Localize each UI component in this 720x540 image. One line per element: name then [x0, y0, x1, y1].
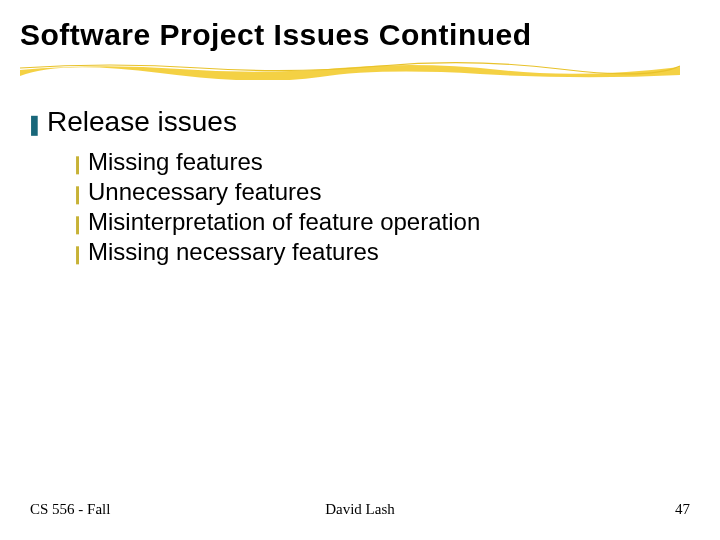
title-underline	[20, 58, 680, 80]
list-item-level2: ❙ Unnecessary features	[70, 178, 700, 206]
footer-center: David Lash	[325, 501, 395, 518]
slide: Software Project Issues Continued ❚ Rele…	[0, 0, 720, 540]
slide-title: Software Project Issues Continued	[20, 18, 700, 52]
footer-page-number: 47	[675, 501, 690, 518]
list-item-level1: ❚ Release issues	[26, 106, 700, 138]
bullet-icon: ❚	[26, 114, 43, 134]
content-area: ❚ Release issues ❙ Missing features ❙ Un…	[20, 106, 700, 266]
level2-list: ❙ Missing features ❙ Unnecessary feature…	[26, 148, 700, 266]
list-item-level2: ❙ Missing necessary features	[70, 238, 700, 266]
footer-left: CS 556 - Fall	[30, 501, 110, 518]
level2-text: Misinterpretation of feature operation	[88, 208, 480, 236]
bullet-icon: ❙	[70, 185, 85, 203]
list-item-level2: ❙ Misinterpretation of feature operation	[70, 208, 700, 236]
list-item-level2: ❙ Missing features	[70, 148, 700, 176]
level2-text: Unnecessary features	[88, 178, 321, 206]
bullet-icon: ❙	[70, 245, 85, 263]
level2-text: Missing features	[88, 148, 263, 176]
bullet-icon: ❙	[70, 215, 85, 233]
level2-text: Missing necessary features	[88, 238, 379, 266]
footer: CS 556 - Fall David Lash 47	[0, 501, 720, 518]
bullet-icon: ❙	[70, 155, 85, 173]
level1-text: Release issues	[47, 106, 237, 138]
